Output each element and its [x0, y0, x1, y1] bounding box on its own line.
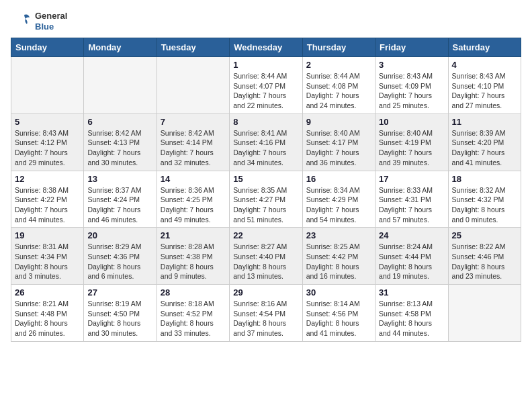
- day-info: Sunrise: 8:29 AMSunset: 4:36 PMDaylight:…: [87, 242, 152, 281]
- day-number: 2: [306, 60, 371, 70]
- day-info: Sunrise: 8:44 AMSunset: 4:07 PMDaylight:…: [233, 71, 298, 111]
- day-number: 29: [233, 287, 298, 298]
- calendar-cell: 25Sunrise: 8:22 AMSunset: 4:46 PMDayligh…: [448, 228, 521, 285]
- calendar-cell: 26Sunrise: 8:21 AMSunset: 4:48 PMDayligh…: [11, 285, 84, 342]
- day-info: Sunrise: 8:41 AMSunset: 4:16 PMDaylight:…: [233, 128, 298, 168]
- day-number: 21: [161, 230, 226, 240]
- day-number: 30: [306, 287, 371, 298]
- day-info: Sunrise: 8:39 AMSunset: 4:20 PMDaylight:…: [452, 128, 517, 168]
- day-number: 9: [306, 117, 371, 127]
- weekday-header-thursday: Thursday: [302, 38, 375, 57]
- calendar-cell: 6Sunrise: 8:42 AMSunset: 4:13 PMDaylight…: [84, 113, 157, 171]
- calendar-cell: 9Sunrise: 8:40 AMSunset: 4:17 PMDaylight…: [302, 113, 375, 171]
- day-number: 16: [306, 174, 371, 184]
- calendar-week-row: 5Sunrise: 8:43 AMSunset: 4:12 PMDaylight…: [11, 113, 521, 171]
- day-number: 6: [87, 117, 152, 127]
- day-info: Sunrise: 8:44 AMSunset: 4:08 PMDaylight:…: [306, 71, 371, 111]
- calendar-cell: [157, 57, 229, 114]
- calendar-cell: 13Sunrise: 8:37 AMSunset: 4:24 PMDayligh…: [84, 171, 157, 228]
- day-info: Sunrise: 8:34 AMSunset: 4:29 PMDaylight:…: [306, 185, 371, 225]
- calendar-cell: 11Sunrise: 8:39 AMSunset: 4:20 PMDayligh…: [448, 113, 521, 171]
- calendar-week-row: 1Sunrise: 8:44 AMSunset: 4:07 PMDaylight…: [11, 57, 521, 114]
- day-info: Sunrise: 8:36 AMSunset: 4:25 PMDaylight:…: [161, 185, 226, 225]
- day-info: Sunrise: 8:40 AMSunset: 4:17 PMDaylight:…: [306, 128, 371, 168]
- day-number: 11: [452, 117, 517, 127]
- day-number: 14: [161, 174, 226, 184]
- calendar-cell: 14Sunrise: 8:36 AMSunset: 4:25 PMDayligh…: [157, 171, 229, 228]
- calendar-cell: 15Sunrise: 8:35 AMSunset: 4:27 PMDayligh…: [230, 171, 302, 228]
- day-number: 22: [233, 230, 298, 240]
- calendar-cell: 27Sunrise: 8:19 AMSunset: 4:50 PMDayligh…: [84, 285, 157, 342]
- day-number: 17: [379, 174, 444, 184]
- day-info: Sunrise: 8:16 AMSunset: 4:54 PMDaylight:…: [233, 299, 298, 338]
- calendar-cell: [84, 57, 157, 114]
- day-info: Sunrise: 8:43 AMSunset: 4:09 PMDaylight:…: [379, 71, 444, 111]
- day-number: 5: [15, 117, 80, 127]
- day-info: Sunrise: 8:18 AMSunset: 4:52 PMDaylight:…: [161, 299, 226, 338]
- calendar-cell: 18Sunrise: 8:32 AMSunset: 4:32 PMDayligh…: [448, 171, 521, 228]
- day-info: Sunrise: 8:37 AMSunset: 4:24 PMDaylight:…: [87, 185, 152, 225]
- day-number: 13: [87, 174, 152, 184]
- calendar-cell: 2Sunrise: 8:44 AMSunset: 4:08 PMDaylight…: [302, 57, 375, 114]
- day-info: Sunrise: 8:42 AMSunset: 4:14 PMDaylight:…: [161, 128, 226, 168]
- calendar-week-row: 19Sunrise: 8:31 AMSunset: 4:34 PMDayligh…: [11, 228, 521, 285]
- day-info: Sunrise: 8:32 AMSunset: 4:32 PMDaylight:…: [452, 185, 517, 225]
- calendar-cell: 21Sunrise: 8:28 AMSunset: 4:38 PMDayligh…: [157, 228, 229, 285]
- day-info: Sunrise: 8:31 AMSunset: 4:34 PMDaylight:…: [15, 242, 80, 281]
- calendar-cell: 20Sunrise: 8:29 AMSunset: 4:36 PMDayligh…: [84, 228, 157, 285]
- calendar-cell: 1Sunrise: 8:44 AMSunset: 4:07 PMDaylight…: [230, 57, 302, 114]
- day-info: Sunrise: 8:40 AMSunset: 4:19 PMDaylight:…: [379, 128, 444, 168]
- day-info: Sunrise: 8:43 AMSunset: 4:12 PMDaylight:…: [15, 128, 80, 168]
- day-info: Sunrise: 8:13 AMSunset: 4:58 PMDaylight:…: [379, 299, 444, 338]
- day-number: 12: [15, 174, 80, 184]
- day-info: Sunrise: 8:43 AMSunset: 4:10 PMDaylight:…: [452, 71, 517, 111]
- day-number: 24: [379, 230, 444, 240]
- day-number: 10: [379, 117, 444, 127]
- day-number: 20: [87, 230, 152, 240]
- calendar-week-row: 12Sunrise: 8:38 AMSunset: 4:22 PMDayligh…: [11, 171, 521, 228]
- day-info: Sunrise: 8:42 AMSunset: 4:13 PMDaylight:…: [87, 128, 152, 168]
- day-info: Sunrise: 8:14 AMSunset: 4:56 PMDaylight:…: [306, 299, 371, 338]
- calendar-cell: [448, 285, 521, 342]
- day-info: Sunrise: 8:19 AMSunset: 4:50 PMDaylight:…: [87, 299, 152, 338]
- day-number: 1: [233, 60, 298, 70]
- logo-general-text: General: [35, 11, 67, 21]
- day-info: Sunrise: 8:25 AMSunset: 4:42 PMDaylight:…: [306, 242, 371, 281]
- calendar-cell: 16Sunrise: 8:34 AMSunset: 4:29 PMDayligh…: [302, 171, 375, 228]
- calendar-cell: 24Sunrise: 8:24 AMSunset: 4:44 PMDayligh…: [375, 228, 448, 285]
- weekday-header-saturday: Saturday: [448, 38, 521, 57]
- calendar-cell: 29Sunrise: 8:16 AMSunset: 4:54 PMDayligh…: [230, 285, 302, 342]
- logo-blue-text: Blue: [35, 21, 67, 32]
- day-number: 25: [452, 230, 517, 240]
- calendar-cell: 31Sunrise: 8:13 AMSunset: 4:58 PMDayligh…: [375, 285, 448, 342]
- calendar-cell: 22Sunrise: 8:27 AMSunset: 4:40 PMDayligh…: [230, 228, 302, 285]
- weekday-header-tuesday: Tuesday: [157, 38, 229, 57]
- day-info: Sunrise: 8:38 AMSunset: 4:22 PMDaylight:…: [15, 185, 80, 225]
- day-info: Sunrise: 8:24 AMSunset: 4:44 PMDaylight:…: [379, 242, 444, 281]
- calendar-header-row: SundayMondayTuesdayWednesdayThursdayFrid…: [11, 38, 521, 57]
- calendar-cell: 19Sunrise: 8:31 AMSunset: 4:34 PMDayligh…: [11, 228, 84, 285]
- day-info: Sunrise: 8:33 AMSunset: 4:31 PMDaylight:…: [379, 185, 444, 225]
- calendar-cell: 17Sunrise: 8:33 AMSunset: 4:31 PMDayligh…: [375, 171, 448, 228]
- day-number: 23: [306, 230, 371, 240]
- calendar-cell: 5Sunrise: 8:43 AMSunset: 4:12 PMDaylight…: [11, 113, 84, 171]
- day-number: 27: [87, 287, 152, 298]
- logo: General Blue: [11, 11, 67, 32]
- day-number: 4: [452, 60, 517, 70]
- day-number: 7: [161, 117, 226, 127]
- weekday-header-sunday: Sunday: [11, 38, 84, 57]
- day-info: Sunrise: 8:28 AMSunset: 4:38 PMDaylight:…: [161, 242, 226, 281]
- page-header: General Blue: [11, 11, 521, 32]
- logo-bird-icon: [11, 11, 32, 32]
- day-number: 31: [379, 287, 444, 298]
- day-info: Sunrise: 8:35 AMSunset: 4:27 PMDaylight:…: [233, 185, 298, 225]
- day-number: 8: [233, 117, 298, 127]
- day-number: 15: [233, 174, 298, 184]
- calendar-week-row: 26Sunrise: 8:21 AMSunset: 4:48 PMDayligh…: [11, 285, 521, 342]
- weekday-header-wednesday: Wednesday: [230, 38, 302, 57]
- calendar-cell: 23Sunrise: 8:25 AMSunset: 4:42 PMDayligh…: [302, 228, 375, 285]
- calendar-cell: 10Sunrise: 8:40 AMSunset: 4:19 PMDayligh…: [375, 113, 448, 171]
- day-number: 26: [15, 287, 80, 298]
- weekday-header-monday: Monday: [84, 38, 157, 57]
- calendar-table: SundayMondayTuesdayWednesdayThursdayFrid…: [11, 38, 521, 342]
